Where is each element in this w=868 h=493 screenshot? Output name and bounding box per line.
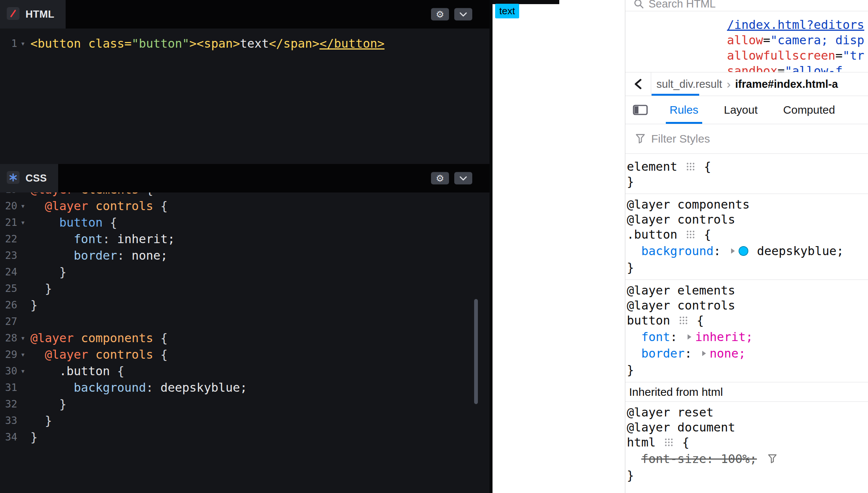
code-line[interactable]: 1▾<button class="button"><span>text</spa… (0, 35, 490, 52)
declaration-line[interactable]: font: inherit; (627, 329, 868, 344)
rule-line[interactable]: @layer controls (627, 298, 868, 313)
code-token: { (675, 435, 689, 450)
fold-arrow-icon[interactable]: ▾ (17, 35, 29, 52)
markup-line[interactable]: /index.html?editors (727, 17, 868, 33)
code-token (30, 248, 74, 263)
markup-line[interactable]: allowfullscreen="tr (727, 48, 868, 63)
fold-arrow-icon[interactable]: ▾ (17, 346, 29, 363)
dotgrid-icon (686, 230, 695, 239)
code-text[interactable]: border: none; (29, 247, 490, 264)
code-line[interactable]: 31 background: deepskyblue; (0, 379, 490, 396)
code-text[interactable]: } (29, 429, 490, 445)
code-line[interactable]: 23 border: none; (0, 247, 490, 264)
rule-line[interactable]: @layer reset (627, 405, 868, 420)
code-text[interactable]: font: inherit; (29, 231, 490, 247)
code-token: { (110, 364, 125, 378)
css-code-editor[interactable]: 19▾@layer elements {20▾ @layer controls … (0, 181, 490, 445)
code-text[interactable] (29, 313, 490, 330)
declaration-line[interactable]: background: deepskyblue; (627, 243, 868, 259)
html-code-editor[interactable]: 1▾<button class="button"><span>text</spa… (0, 29, 490, 52)
rule-line[interactable]: @layer controls (627, 212, 868, 227)
code-line[interactable]: 32 } (0, 396, 490, 412)
code-text[interactable]: } (29, 280, 490, 297)
rule-line[interactable]: @layer document (627, 420, 868, 435)
expander-icon[interactable] (702, 351, 706, 356)
fold-arrow-icon[interactable]: ▾ (17, 330, 29, 346)
code-line[interactable]: 30▾ .button { (0, 363, 490, 379)
fold-arrow-icon[interactable]: ▾ (17, 363, 29, 379)
preview-text-button[interactable]: text (495, 4, 519, 18)
code-line[interactable]: 21▾ button { (0, 214, 490, 231)
code-line[interactable]: 25 } (0, 280, 490, 297)
rule-line[interactable]: @layer elements (627, 283, 868, 298)
sidebar-toggle-icon[interactable] (633, 104, 648, 116)
rule-line[interactable]: html { (627, 435, 868, 450)
code-text[interactable]: @layer components { (29, 330, 490, 346)
code-text[interactable]: } (29, 396, 490, 412)
markup-view[interactable]: /index.html?editorsallow="camera; dispal… (625, 11, 868, 72)
filter-styles-input[interactable]: Filter Styles (625, 124, 868, 154)
fold-arrow-icon[interactable]: ▾ (17, 214, 29, 231)
code-text[interactable]: @layer controls { (29, 198, 490, 214)
css-editor-scrollbar[interactable] (474, 299, 478, 404)
devtools-search-input[interactable]: Search HTML (625, 0, 868, 11)
code-token: "button" (132, 36, 189, 51)
code-text[interactable]: <button class="button"><span>text</span>… (29, 35, 490, 52)
inherited-from-header: Inherited from html (625, 382, 868, 402)
markup-line[interactable]: allow="camera; disp (727, 33, 868, 48)
css-settings-button[interactable]: ⚙ (431, 172, 449, 185)
expander-icon[interactable] (731, 248, 735, 254)
funnel-icon[interactable] (767, 454, 777, 464)
code-line[interactable]: 34} (0, 429, 490, 445)
rule-line[interactable]: } (627, 174, 868, 189)
code-token (74, 331, 81, 345)
code-line[interactable]: 22 font: inherit; (0, 231, 490, 247)
code-text[interactable]: .button { (29, 363, 490, 379)
html-settings-button[interactable]: ⚙ (431, 8, 449, 21)
html-panel-tab[interactable]: HTML (0, 0, 66, 29)
rule-line[interactable]: } (627, 260, 868, 275)
markup-line[interactable]: sandbox="allow-f (727, 63, 868, 72)
code-line[interactable]: 28▾@layer components { (0, 330, 490, 346)
css-collapse-button[interactable] (454, 172, 472, 185)
css-panel-title: CSS (26, 173, 47, 184)
code-text[interactable]: background: deepskyblue; (29, 379, 490, 396)
code-text[interactable]: } (29, 297, 490, 313)
expander-icon[interactable] (688, 334, 691, 340)
code-text[interactable]: button { (29, 214, 490, 231)
code-token: background (74, 380, 146, 395)
html-panel-header: HTML ⚙ (0, 0, 490, 29)
tab-rules[interactable]: Rules (666, 96, 702, 124)
rule-line[interactable]: element { (627, 159, 868, 174)
code-line[interactable]: 24 } (0, 264, 490, 280)
code-line[interactable]: 26} (0, 297, 490, 313)
code-line[interactable]: 20▾ @layer controls { (0, 198, 490, 214)
tab-layout[interactable]: Layout (720, 96, 761, 124)
breadcrumb-back-button[interactable] (633, 78, 644, 90)
code-line[interactable]: 29▾ @layer controls { (0, 346, 490, 363)
html-collapse-button[interactable] (454, 8, 472, 21)
code-token: : (685, 346, 699, 361)
rule-line[interactable]: button { (627, 313, 868, 328)
code-token: : (103, 232, 117, 246)
code-text[interactable]: } (29, 412, 490, 429)
swatch-icon[interactable] (739, 246, 748, 256)
breadcrumb-item-selected[interactable]: iframe#index.html-a (735, 78, 838, 90)
rule-line[interactable]: .button { (627, 227, 868, 242)
code-text[interactable]: } (29, 264, 490, 280)
rule-line[interactable]: } (627, 362, 868, 377)
code-line[interactable]: 27 (0, 313, 490, 330)
declaration-line[interactable]: border: none; (627, 346, 868, 361)
css-panel-tab[interactable]: CSS (0, 164, 58, 192)
css-panel-header: CSS ⚙ (0, 164, 490, 192)
code-token: sandbox (727, 64, 778, 72)
code-line[interactable]: 33 } (0, 412, 490, 429)
fold-arrow-icon[interactable]: ▾ (17, 198, 29, 214)
rule-line[interactable]: @layer components (627, 197, 868, 212)
breadcrumb-item[interactable]: sult_div.result (651, 72, 722, 96)
declaration-line[interactable]: font-size: 100%; (627, 451, 868, 466)
tab-computed[interactable]: Computed (779, 96, 839, 124)
code-text[interactable]: @layer controls { (29, 346, 490, 363)
rule-line[interactable]: } (627, 468, 868, 483)
code-token: { (689, 313, 704, 328)
